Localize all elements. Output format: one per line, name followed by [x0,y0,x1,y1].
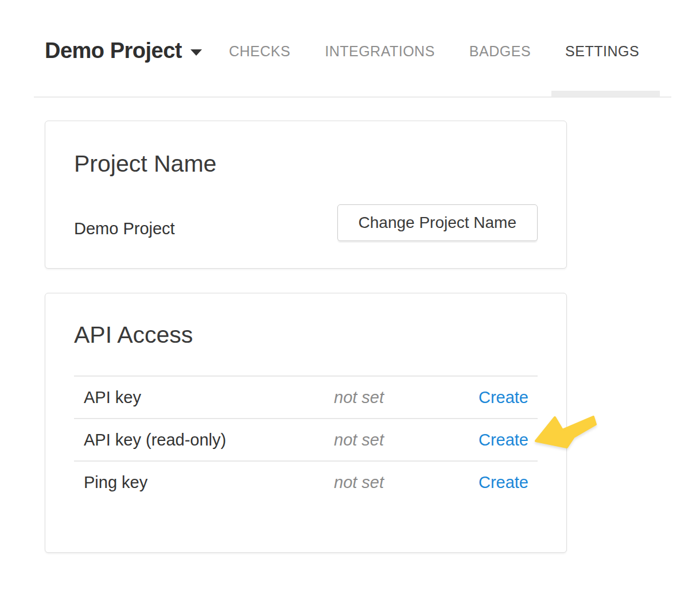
main-nav: CHECKS INTEGRATIONS BADGES SETTINGS [229,44,639,59]
ping-key-value: not set [334,473,479,492]
table-row-api-key-read-only: API key (read-only) not set Create [74,418,538,460]
caret-down-icon [190,49,202,56]
table-row-api-key: API key not set Create [74,375,538,418]
api-access-card: API Access API key not set Create API ke… [45,293,567,553]
project-name-card: Project Name Demo Project Change Project… [45,121,567,269]
create-ping-key-link[interactable]: Create [479,473,528,491]
project-dropdown[interactable]: Demo Project [45,39,202,62]
create-api-key-link[interactable]: Create [479,388,528,406]
nav-tab-badges[interactable]: BADGES [469,44,531,59]
api-key-action: Create [479,388,538,407]
ping-key-label: Ping key [74,473,334,492]
api-keys-table: API key not set Create API key (read-onl… [74,375,538,503]
nav-tab-settings[interactable]: SETTINGS [565,44,639,59]
project-name-card-title: Project Name [74,151,216,176]
nav-tab-integrations[interactable]: INTEGRATIONS [325,44,435,59]
settings-page: Demo Project CHECKS INTEGRATIONS BADGES … [0,0,700,608]
ping-key-action: Create [479,473,538,492]
create-api-key-read-only-link[interactable]: Create [479,431,528,449]
api-key-label: API key [74,388,334,407]
api-key-value: not set [334,388,479,407]
nav-tab-checks[interactable]: CHECKS [229,44,290,59]
api-access-card-title: API Access [74,322,193,347]
table-row-ping-key: Ping key not set Create [74,460,538,503]
header-divider [34,96,671,98]
change-project-name-button[interactable]: Change Project Name [337,204,538,241]
api-key-read-only-action: Create [479,431,538,450]
api-key-read-only-label: API key (read-only) [74,431,334,450]
current-project-name: Demo Project [74,206,175,251]
project-title: Demo Project [45,39,182,62]
api-key-read-only-value: not set [334,431,479,450]
